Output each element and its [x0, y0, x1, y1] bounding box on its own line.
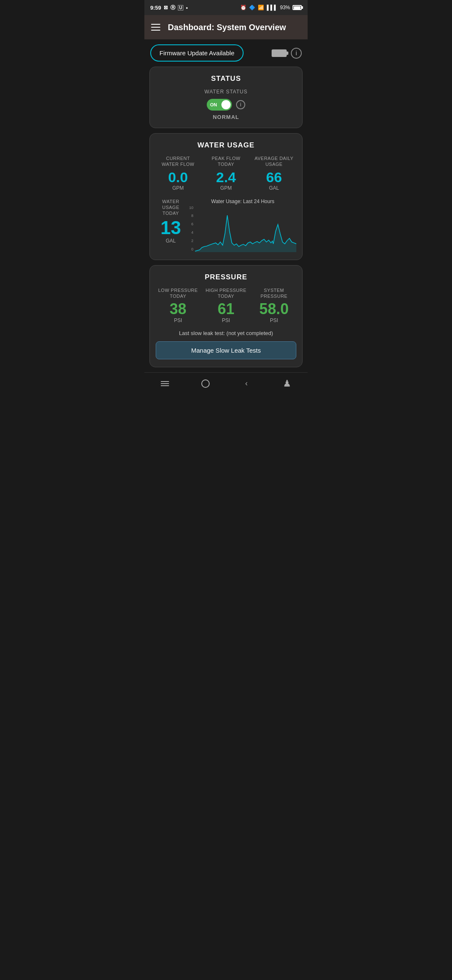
current-water-flow-value: 0.0: [156, 170, 200, 184]
low-pressure-unit: PSI: [156, 317, 200, 323]
avg-daily-usage-unit: GAL: [252, 185, 296, 191]
pressure-card-title: PRESSURE: [156, 273, 296, 281]
low-pressure-label: LOW PRESSURETODAY: [156, 287, 200, 299]
pressure-card: PRESSURE LOW PRESSURETODAY 38 PSI HIGH P…: [149, 265, 303, 368]
current-water-flow-unit: GPM: [156, 185, 200, 191]
low-pressure-value: 38: [156, 302, 200, 317]
water-usage-chart: Water Usage: Last 24 Hours 0 2 4 6 8 10: [189, 199, 296, 252]
toggle-knob: [221, 100, 231, 109]
nav-home-button[interactable]: [196, 377, 215, 390]
chart-y-axis: 0 2 4 6 8 10: [189, 206, 193, 252]
status-card: STATUS WATER STATUS ON i NORMAL: [149, 67, 303, 128]
water-usage-stats-bottom: WATER USAGETODAY 13 GAL Water Usage: Las…: [156, 199, 296, 252]
high-pressure-label: HIGH PRESSURETODAY: [204, 287, 249, 299]
system-pressure-label: SYSTEMPRESSURE: [252, 287, 296, 299]
top-nav: Dashboard: System Overview: [144, 15, 308, 39]
page-title: Dashboard: System Overview: [168, 23, 286, 32]
nav-chevron-icon: ‹: [245, 379, 248, 388]
water-usage-title: WATER USAGE: [156, 141, 296, 150]
high-pressure-value: 61: [204, 302, 249, 317]
water-status-toggle[interactable]: ON: [207, 99, 232, 111]
water-usage-today: WATER USAGETODAY 13 GAL: [156, 199, 186, 244]
water-status-label: WATER STATUS: [156, 89, 296, 95]
nav-lines-button[interactable]: [156, 377, 174, 390]
avg-daily-usage-value: 66: [252, 170, 296, 184]
system-pressure-value: 58.0: [252, 302, 296, 317]
peak-flow-stat: PEAK FLOWTODAY 2.4 GPM: [204, 155, 249, 191]
status-right: ⏰ 🔷 📶 ▌▌▌ 93%: [240, 5, 302, 10]
peak-flow-unit: GPM: [204, 185, 249, 191]
firmware-icons: i: [272, 48, 302, 59]
slow-leak-text: Last slow leak test: (not yet completed): [156, 330, 296, 336]
nav-circle-icon: [201, 379, 210, 388]
pressure-stats: LOW PRESSURETODAY 38 PSI HIGH PRESSURETO…: [156, 287, 296, 324]
status-bar: 9:59 ⊠ Ⓡ U • ⏰ 🔷 📶 ▌▌▌ 93%: [144, 0, 308, 15]
water-usage-today-unit: GAL: [156, 238, 186, 244]
status-card-title: STATUS: [156, 75, 296, 83]
current-water-flow-stat: CURRENTWATER FLOW 0.0 GPM: [156, 155, 200, 191]
normal-label: NORMAL: [156, 114, 296, 120]
high-pressure-stat: HIGH PRESSURETODAY 61 PSI: [204, 287, 249, 324]
system-pressure-unit: PSI: [252, 317, 296, 323]
firmware-banner-row: Firmware Update Available i: [149, 44, 303, 62]
status-time: 9:59 ⊠ Ⓡ U •: [150, 4, 188, 11]
status-info-icon[interactable]: i: [236, 100, 245, 109]
menu-button[interactable]: [151, 24, 160, 31]
toggle-label: ON: [210, 102, 217, 107]
manage-slow-leak-button[interactable]: Manage Slow Leak Tests: [156, 341, 296, 359]
low-pressure-stat: LOW PRESSURETODAY 38 PSI: [156, 287, 200, 324]
water-usage-today-label: WATER USAGETODAY: [156, 199, 186, 217]
avg-daily-usage-stat: AVERAGE DAILYUSAGE 66 GAL: [252, 155, 296, 191]
peak-flow-value: 2.4: [204, 170, 249, 184]
current-water-flow-label: CURRENTWATER FLOW: [156, 155, 200, 168]
bottom-nav: ‹ ♟: [144, 372, 308, 394]
nav-lines-icon: [161, 381, 169, 386]
battery-status-icon: [293, 5, 302, 10]
peak-flow-label: PEAK FLOWTODAY: [204, 155, 249, 168]
main-content: Firmware Update Available i STATUS WATER…: [144, 39, 308, 372]
water-usage-today-value: 13: [156, 219, 186, 237]
firmware-update-button[interactable]: Firmware Update Available: [150, 44, 244, 62]
water-usage-card: WATER USAGE CURRENTWATER FLOW 0.0 GPM PE…: [149, 133, 303, 260]
nav-person-button[interactable]: ♟: [278, 377, 296, 390]
battery-large-icon: [272, 49, 287, 57]
system-pressure-stat: SYSTEMPRESSURE 58.0 PSI: [252, 287, 296, 324]
chart-svg: [195, 206, 296, 252]
toggle-row: ON i: [156, 99, 296, 111]
nav-person-icon: ♟: [283, 378, 291, 389]
avg-daily-usage-label: AVERAGE DAILYUSAGE: [252, 155, 296, 168]
firmware-info-icon[interactable]: i: [291, 48, 302, 59]
nav-back-button[interactable]: ‹: [237, 377, 256, 390]
chart-area: 0 2 4 6 8 10: [189, 206, 296, 252]
water-usage-stats-top: CURRENTWATER FLOW 0.0 GPM PEAK FLOWTODAY…: [156, 155, 296, 191]
high-pressure-unit: PSI: [204, 317, 249, 323]
chart-title: Water Usage: Last 24 Hours: [189, 199, 296, 204]
